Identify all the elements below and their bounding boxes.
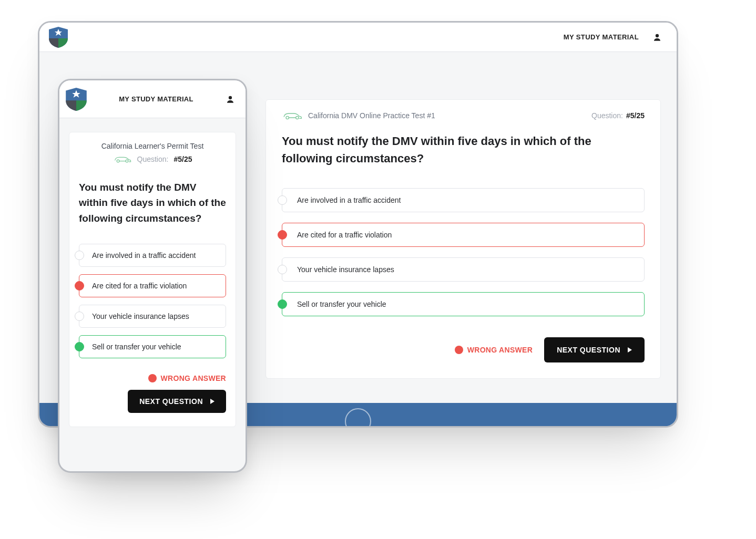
question-count: #5/25 [173, 155, 192, 163]
option-label: Are cited for a traffic violation [297, 231, 392, 239]
option-3[interactable]: Your vehicle insurance lapses [79, 305, 226, 328]
option-3[interactable]: Your vehicle insurance lapses [282, 257, 645, 282]
option-1[interactable]: Are involved in a traffic accident [282, 188, 645, 212]
mobile-topbar: MY STUDY MATERIAL [59, 80, 246, 118]
mobile-frame: MY STUDY MATERIAL California Learner's P… [58, 79, 247, 473]
option-4-correct[interactable]: Sell or transfer your vehicle [282, 292, 645, 316]
brand-logo[interactable] [49, 27, 68, 48]
option-1[interactable]: Are involved in a traffic accident [79, 244, 226, 267]
option-label: Are cited for a traffic violation [92, 282, 187, 290]
radio-icon [278, 299, 287, 309]
user-icon[interactable] [652, 33, 662, 42]
play-icon [628, 347, 632, 353]
question-line: Question: #5/25 [79, 154, 226, 164]
option-4-correct[interactable]: Sell or transfer your vehicle [79, 335, 226, 358]
test-title: California Learner's Permit Test [79, 142, 226, 150]
svg-point-7 [117, 160, 119, 162]
option-label: Your vehicle insurance lapses [297, 265, 394, 274]
radio-icon [278, 195, 287, 205]
question-label: Question: [137, 155, 169, 163]
question-card: California DMV Online Practice Test #1 Q… [265, 99, 661, 379]
arc-icon [345, 408, 371, 428]
options-list: Are involved in a traffic accident Are c… [79, 244, 226, 358]
svg-point-3 [296, 116, 299, 119]
wrong-answer-text: WRONG ANSWER [161, 374, 226, 382]
card-header: California DMV Online Practice Test #1 Q… [282, 110, 645, 121]
radio-icon [75, 312, 84, 321]
option-label: Are involved in a traffic accident [92, 251, 196, 260]
test-title: California DMV Online Practice Test #1 [308, 111, 435, 120]
wrong-answer-badge: WRONG ANSWER [148, 374, 226, 382]
question-count: #5/25 [626, 111, 645, 120]
svg-point-1 [656, 34, 659, 37]
nav-study-material[interactable]: MY STUDY MATERIAL [564, 33, 639, 41]
shield-icon [49, 27, 68, 48]
user-icon[interactable] [226, 95, 235, 104]
svg-point-2 [286, 116, 289, 119]
wrong-answer-badge: WRONG ANSWER [455, 346, 533, 354]
desktop-topbar: MY STUDY MATERIAL [39, 23, 677, 52]
svg-point-6 [229, 96, 232, 99]
play-icon [210, 399, 214, 404]
radio-icon [278, 265, 287, 274]
car-icon [113, 154, 132, 164]
radio-icon [75, 281, 84, 291]
svg-point-8 [126, 160, 128, 162]
question-label: Question: [591, 111, 623, 120]
nav-study-material[interactable]: MY STUDY MATERIAL [119, 95, 193, 103]
radio-icon [75, 251, 84, 260]
brand-logo[interactable] [66, 88, 87, 111]
option-label: Your vehicle insurance lapses [92, 312, 189, 320]
radio-icon [278, 230, 287, 240]
radio-icon [75, 342, 84, 351]
option-label: Are involved in a traffic accident [297, 196, 401, 204]
option-label: Sell or transfer your vehicle [297, 300, 386, 308]
dot-icon [455, 346, 463, 354]
mobile-body: California Learner's Permit Test Questio… [59, 118, 246, 438]
question-card: California Learner's Permit Test Questio… [69, 132, 236, 427]
option-2-wrong[interactable]: Are cited for a traffic violation [79, 274, 226, 297]
option-2-wrong[interactable]: Are cited for a traffic violation [282, 223, 645, 247]
options-list: Are involved in a traffic accident Are c… [282, 188, 645, 316]
next-button-label: NEXT QUESTION [557, 346, 620, 354]
car-icon [282, 110, 303, 121]
option-label: Sell or transfer your vehicle [92, 343, 181, 351]
question-text: You must notify the DMV within five days… [79, 180, 226, 226]
next-button-label: NEXT QUESTION [139, 397, 203, 406]
question-text: You must notify the DMV within five days… [282, 132, 645, 167]
card-actions: WRONG ANSWER NEXT QUESTION [79, 374, 226, 413]
next-question-button[interactable]: NEXT QUESTION [544, 337, 645, 362]
card-actions: WRONG ANSWER NEXT QUESTION [282, 332, 645, 362]
next-question-button[interactable]: NEXT QUESTION [128, 390, 226, 413]
dot-icon [148, 374, 157, 382]
wrong-answer-text: WRONG ANSWER [467, 346, 533, 354]
shield-icon [66, 88, 87, 111]
